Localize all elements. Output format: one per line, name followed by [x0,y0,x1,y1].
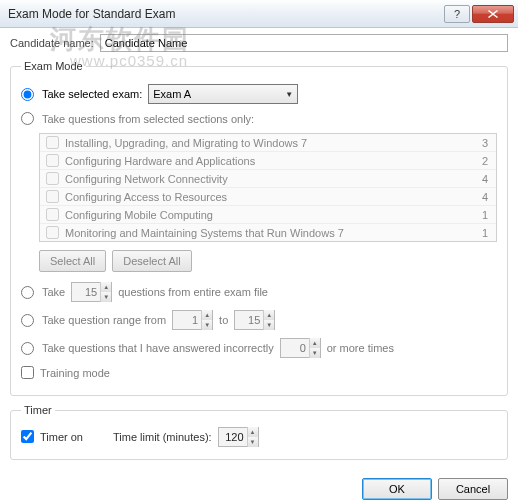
exam-dropdown-value: Exam A [153,88,191,100]
timer-group: Timer Timer on Time limit (minutes): ▲▼ [10,404,508,460]
take-n-spinner[interactable]: ▲▼ [71,282,112,302]
radio-from-sections-label: Take questions from selected sections on… [42,113,254,125]
section-label: Installing, Upgrading, and Migrating to … [65,137,470,149]
timer-legend: Timer [21,404,55,416]
range-from-value[interactable] [173,314,201,326]
timer-on-label: Timer on [40,431,83,443]
timer-limit-label: Time limit (minutes): [113,431,212,443]
arrow-up-icon: ▲ [202,310,212,320]
range-mid: to [219,314,228,326]
spinner-buttons[interactable]: ▲▼ [309,338,320,358]
timer-inner: Timer on Time limit (minutes): ▲▼ [21,424,497,449]
radio-from-sections[interactable]: Take questions from selected sections on… [21,112,497,125]
radio-take-selected-input[interactable] [21,88,34,101]
window-controls: ? [444,5,514,23]
section-buttons: Select All Deselect All [39,250,497,272]
training-mode-label: Training mode [40,367,110,379]
incorrect-prefix: Take questions that I have answered inco… [42,342,274,354]
range-prefix: Take question range from [42,314,166,326]
exam-mode-legend: Exam Mode [21,60,86,72]
training-mode-checkbox[interactable] [21,366,34,379]
radio-range-input[interactable] [21,314,34,327]
dialog-footer: OK Cancel [0,472,518,503]
arrow-down-icon: ▼ [310,348,320,358]
select-all-button[interactable]: Select All [39,250,106,272]
incorrect-value[interactable] [281,342,309,354]
timer-limit-spinner[interactable]: ▲▼ [218,427,259,447]
section-count: 1 [470,209,488,221]
exam-mode-group: Exam Mode Take selected exam: Exam A ▼ T… [10,60,508,396]
arrow-up-icon: ▲ [264,310,274,320]
section-row[interactable]: Configuring Hardware and Applications 2 [40,152,496,170]
arrow-down-icon: ▼ [101,292,111,302]
range-to-spinner[interactable]: ▲▼ [234,310,275,330]
range-from-spinner[interactable]: ▲▼ [172,310,213,330]
close-icon [488,10,498,18]
section-checkbox[interactable] [46,190,59,203]
radio-take-n-input[interactable] [21,286,34,299]
section-count: 1 [470,227,488,239]
section-row[interactable]: Installing, Upgrading, and Migrating to … [40,134,496,152]
section-count: 3 [470,137,488,149]
sections-list: Installing, Upgrading, and Migrating to … [39,133,497,242]
incorrect-suffix: or more times [327,342,394,354]
ok-button[interactable]: OK [362,478,432,500]
chevron-down-icon: ▼ [285,90,293,99]
spinner-buttons[interactable]: ▲▼ [247,427,258,447]
section-row[interactable]: Configuring Network Connectivity 4 [40,170,496,188]
section-row[interactable]: Configuring Mobile Computing 1 [40,206,496,224]
section-label: Configuring Hardware and Applications [65,155,470,167]
training-mode-row[interactable]: Training mode [21,366,497,379]
exam-dropdown[interactable]: Exam A ▼ [148,84,298,104]
section-checkbox[interactable] [46,208,59,221]
help-button[interactable]: ? [444,5,470,23]
candidate-row: Candidate name: [10,34,508,52]
range-to-value[interactable] [235,314,263,326]
window-title: Exam Mode for Standard Exam [8,7,444,21]
section-checkbox[interactable] [46,154,59,167]
incorrect-spinner[interactable]: ▲▼ [280,338,321,358]
arrow-up-icon: ▲ [101,282,111,292]
section-label: Configuring Network Connectivity [65,173,470,185]
take-n-value[interactable] [72,286,100,298]
deselect-all-button[interactable]: Deselect All [112,250,191,272]
section-label: Configuring Access to Resources [65,191,470,203]
radio-take-n[interactable]: Take ▲▼ questions from entire exam file [21,282,497,302]
section-count: 2 [470,155,488,167]
radio-take-selected-label: Take selected exam: [42,88,142,100]
arrow-down-icon: ▼ [248,437,258,447]
dialog-content: Candidate name: Exam Mode Take selected … [0,28,518,472]
section-checkbox[interactable] [46,226,59,239]
radio-incorrect-input[interactable] [21,342,34,355]
section-checkbox[interactable] [46,172,59,185]
close-button[interactable] [472,5,514,23]
timer-limit-row: Time limit (minutes): ▲▼ [113,427,259,447]
take-n-prefix: Take [42,286,65,298]
arrow-down-icon: ▼ [264,320,274,330]
take-n-suffix: questions from entire exam file [118,286,268,298]
spinner-buttons[interactable]: ▲▼ [201,310,212,330]
candidate-name-input[interactable] [100,34,508,52]
spinner-buttons[interactable]: ▲▼ [263,310,274,330]
section-checkbox[interactable] [46,136,59,149]
arrow-up-icon: ▲ [310,338,320,348]
timer-on-row[interactable]: Timer on [21,430,83,443]
candidate-label: Candidate name: [10,37,94,49]
section-label: Configuring Mobile Computing [65,209,470,221]
radio-range[interactable]: Take question range from ▲▼ to ▲▼ [21,310,497,330]
cancel-button[interactable]: Cancel [438,478,508,500]
spinner-buttons[interactable]: ▲▼ [100,282,111,302]
titlebar: Exam Mode for Standard Exam ? [0,0,518,28]
section-row[interactable]: Configuring Access to Resources 4 [40,188,496,206]
arrow-up-icon: ▲ [248,427,258,437]
radio-incorrect[interactable]: Take questions that I have answered inco… [21,338,497,358]
section-row[interactable]: Monitoring and Maintaining Systems that … [40,224,496,241]
section-count: 4 [470,173,488,185]
radio-from-sections-input[interactable] [21,112,34,125]
section-label: Monitoring and Maintaining Systems that … [65,227,470,239]
timer-on-checkbox[interactable] [21,430,34,443]
radio-take-selected[interactable]: Take selected exam: Exam A ▼ [21,84,497,104]
timer-limit-value[interactable] [219,431,247,443]
arrow-down-icon: ▼ [202,320,212,330]
section-count: 4 [470,191,488,203]
